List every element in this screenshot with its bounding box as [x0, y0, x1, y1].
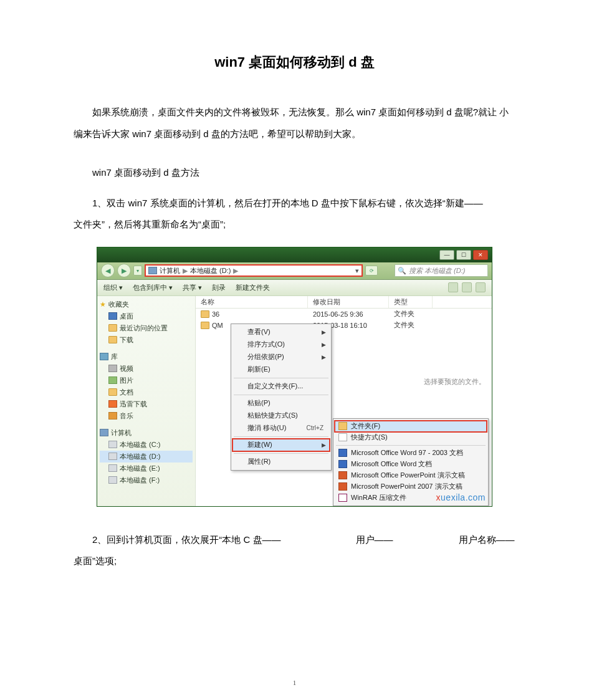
sidebar-item-f-drive[interactable]: 本地磁盘 (F:): [100, 474, 193, 486]
ctx-group[interactable]: 分组依据(P)▶: [232, 351, 330, 363]
disk-icon: [108, 476, 117, 484]
page-title: win7 桌面如何移动到 d 盘: [74, 53, 515, 72]
computer-icon: [100, 429, 108, 436]
search-input[interactable]: 🔍 搜索 本地磁盘 (D:): [395, 264, 488, 277]
sidebar-item-recent[interactable]: 最近访问的位置: [100, 322, 193, 334]
sub-word97[interactable]: Microsoft Office Word 97 - 2003 文档: [335, 448, 487, 459]
ctx-separator: [234, 395, 328, 395]
ctx-view[interactable]: 查看(V)▶: [232, 326, 330, 338]
toolbar-burn[interactable]: 刻录: [212, 283, 226, 292]
col-date[interactable]: 修改日期: [308, 296, 389, 308]
sub-ppt07[interactable]: Microsoft PowerPoint 2007 演示文稿: [335, 481, 487, 492]
ctx-undo[interactable]: 撤消 移动(U)Ctrl+Z: [232, 422, 330, 434]
submenu-arrow-icon: ▶: [322, 342, 326, 348]
minimize-button[interactable]: —: [439, 250, 454, 260]
toolbar-organize[interactable]: 组织 ▾: [103, 283, 123, 292]
sub-word[interactable]: Microsoft Office Word 文档: [335, 459, 487, 470]
ctx-paste-shortcut[interactable]: 粘贴快捷方式(S): [232, 410, 330, 422]
search-placeholder: 搜索 本地磁盘 (D:): [409, 266, 465, 276]
file-pane: 名称 修改日期 类型 36 2015-06-25 9:36 文件夹 QM 201…: [196, 296, 492, 506]
sidebar-libraries-head[interactable]: 库: [100, 352, 193, 362]
sidebar-item-documents[interactable]: 文档: [100, 386, 193, 398]
ctx-separator: [234, 378, 328, 378]
library-icon: [100, 353, 108, 360]
page-number: 1: [0, 679, 589, 686]
sidebar-item-e-drive[interactable]: 本地磁盘 (E:): [100, 463, 193, 474]
thunder-icon: [108, 400, 117, 408]
rar-icon: [338, 494, 347, 502]
desktop-icon: [108, 312, 117, 320]
sidebar-item-desktop[interactable]: 桌面: [100, 310, 193, 322]
folder-icon: [201, 310, 209, 318]
col-name[interactable]: 名称: [196, 296, 308, 308]
breadcrumb-computer[interactable]: 计算机: [160, 266, 180, 276]
watermark: xuexila.com: [436, 492, 486, 502]
column-header: 名称 修改日期 类型: [196, 296, 492, 309]
maximize-button[interactable]: ☐: [456, 250, 471, 260]
forward-button[interactable]: ▶: [117, 264, 131, 277]
ctx-sort[interactable]: 排序方式(O)▶: [232, 338, 330, 351]
search-icon: 🔍: [398, 267, 406, 275]
refresh-button[interactable]: ⟳: [365, 266, 378, 276]
breadcrumb-d-drive[interactable]: 本地磁盘 (D:): [190, 266, 231, 276]
close-button[interactable]: ✕: [473, 250, 488, 260]
breadcrumb-sep-icon: ▶: [183, 267, 188, 275]
ctx-custom-folder[interactable]: 自定义文件夹(F)...: [232, 380, 330, 393]
sub-ppt[interactable]: Microsoft Office PowerPoint 演示文稿: [335, 470, 487, 481]
submenu-arrow-icon: ▶: [322, 354, 326, 360]
nav-row: ◀ ▶ ▾ 计算机 ▶ 本地磁盘 (D:) ▶ ▾ ⟳ 🔍 搜索 本地磁盘 (D…: [97, 262, 492, 280]
explorer-screenshot: — ☐ ✕ ◀ ▶ ▾ 计算机 ▶ 本地磁盘 (D:) ▶ ▾ ⟳ 🔍 搜索 本…: [97, 247, 492, 507]
sidebar-item-videos[interactable]: 视频: [100, 363, 193, 375]
ctx-new[interactable]: 新建(W)▶: [232, 439, 330, 451]
ctx-separator: [234, 436, 328, 437]
sub-folder[interactable]: 文件夹(F): [335, 421, 487, 432]
sub-separator: [336, 445, 486, 446]
sidebar-item-d-drive[interactable]: 本地磁盘 (D:): [100, 451, 193, 463]
sidebar-computer-head[interactable]: 计算机: [100, 428, 193, 438]
col-type[interactable]: 类型: [389, 296, 433, 308]
view-mode-icon[interactable]: [448, 282, 458, 292]
disk-icon: [108, 464, 117, 472]
shortcut-label: Ctrl+Z: [307, 424, 324, 431]
ctx-separator: [234, 453, 328, 454]
sidebar-item-music[interactable]: 音乐: [100, 410, 193, 422]
picture-icon: [108, 376, 117, 384]
sub-shortcut[interactable]: 快捷方式(S): [335, 432, 487, 443]
ppt-icon: [338, 482, 347, 491]
toolbar-include-in-library[interactable]: 包含到库中 ▾: [133, 283, 173, 292]
recent-icon: [108, 324, 117, 332]
ctx-refresh[interactable]: 刷新(E): [232, 363, 330, 376]
ppt-icon: [338, 471, 347, 479]
computer-icon: [148, 267, 157, 274]
sidebar-item-downloads[interactable]: 下载: [100, 334, 193, 346]
folder-icon: [338, 422, 347, 430]
video-icon: [108, 365, 117, 372]
step-2: 2、回到计算机页面，依次展开“本地 C 盘—— 用户—— 用户名称—— 桌面”选…: [74, 529, 515, 572]
back-button[interactable]: ◀: [101, 264, 115, 277]
heading-method: win7 桌面移动到 d 盘方法: [74, 162, 515, 184]
help-icon[interactable]: [476, 282, 486, 292]
sidebar-item-thunder[interactable]: 迅雷下载: [100, 398, 193, 410]
ctx-properties[interactable]: 属性(R): [232, 456, 330, 468]
disk-icon: [108, 441, 117, 448]
submenu-arrow-icon: ▶: [322, 329, 326, 335]
star-icon: ★: [100, 300, 106, 309]
context-menu: 查看(V)▶ 排序方式(O)▶ 分组依据(P)▶ 刷新(E) 自定义文件夹(F)…: [231, 324, 332, 471]
toolbar-share[interactable]: 共享 ▾: [183, 283, 202, 292]
history-dropdown[interactable]: ▾: [133, 266, 142, 276]
paragraph-intro: 如果系统崩溃，桌面文件夹内的文件将被毁坏，无法恢复。那么 win7 桌面如何移动…: [74, 102, 515, 145]
window-titlebar: — ☐ ✕: [97, 247, 492, 262]
ctx-paste[interactable]: 粘贴(P): [232, 397, 330, 410]
sidebar-item-pictures[interactable]: 图片: [100, 375, 193, 386]
word-icon: [338, 460, 347, 468]
address-dropdown-icon[interactable]: ▾: [355, 267, 359, 275]
address-bar[interactable]: 计算机 ▶ 本地磁盘 (D:) ▶ ▾: [145, 264, 363, 277]
toolbar-new-folder[interactable]: 新建文件夹: [236, 283, 270, 292]
sidebar-favorites-head[interactable]: ★收藏夹: [100, 300, 193, 309]
preview-hint: 选择要预览的文件。: [424, 377, 486, 386]
preview-pane-icon[interactable]: [462, 282, 472, 292]
breadcrumb-sep-icon: ▶: [233, 267, 238, 275]
file-row[interactable]: 36 2015-06-25 9:36 文件夹: [196, 309, 492, 320]
sidebar-item-c-drive[interactable]: 本地磁盘 (C:): [100, 439, 193, 451]
shortcut-icon: [338, 433, 347, 441]
